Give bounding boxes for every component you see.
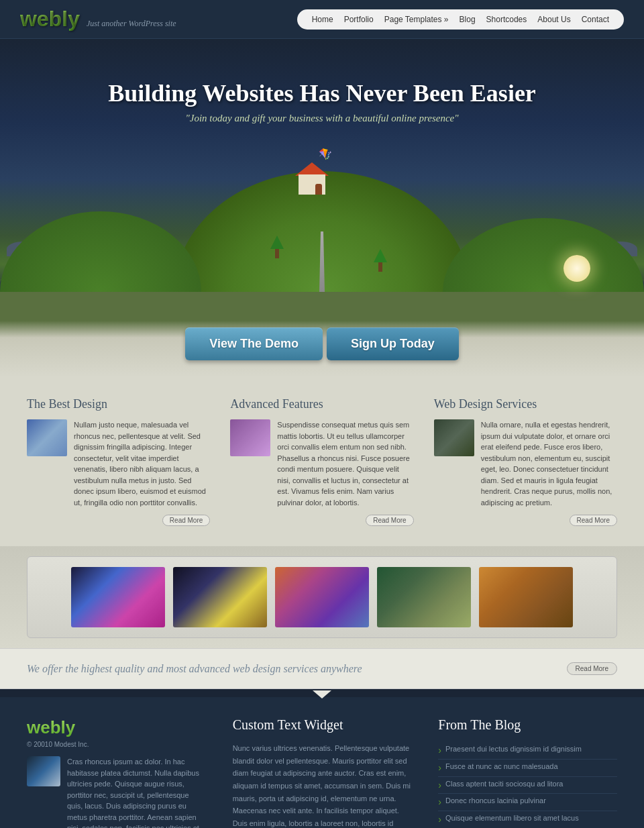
hero-text-block: Building Websites Has Never Been Easier … bbox=[0, 66, 644, 138]
portfolio-strip bbox=[27, 556, 617, 638]
footer-blog-col: From The Blog Praesent dui lectus dignis… bbox=[438, 717, 617, 828]
footer-grid: webly © 20010 Modest Inc. Cras rhoncus i… bbox=[27, 717, 617, 828]
feature-design-text: Nullam justo neque, malesuada vel rhoncu… bbox=[74, 419, 210, 508]
footer-about-row: Cras rhoncus ipsum ac dolor. In hac habi… bbox=[27, 756, 206, 828]
feature-advanced-content: Suspendisse consequat metus quis sem mat… bbox=[230, 419, 413, 508]
nav-item-shortcodes[interactable]: Shortcodes bbox=[482, 13, 531, 25]
nav-item-pagetemplates[interactable]: Page Templates » bbox=[380, 13, 453, 25]
banner-section: We offer the highest quality and most ad… bbox=[0, 648, 644, 689]
feature-advanced-image bbox=[230, 419, 270, 456]
features-grid: The Best Design Nullam justo neque, male… bbox=[27, 397, 617, 526]
portfolio-thumb-5[interactable] bbox=[479, 567, 573, 627]
blog-list-item[interactable]: Class aptent taciti sociosqu ad litora bbox=[438, 777, 617, 794]
feature-advanced-title: Advanced Features bbox=[230, 397, 413, 411]
sign-up-button[interactable]: Sign Up Today bbox=[327, 327, 459, 360]
hero-section: Building Websites Has Never Been Easier … bbox=[0, 39, 644, 321]
moon bbox=[564, 255, 590, 282]
main-nav: HomePortfolioPage Templates »BlogShortco… bbox=[297, 9, 624, 30]
feature-services-text: Nulla ornare, nulla et egestas hendrerit… bbox=[481, 419, 617, 508]
tree-right bbox=[374, 249, 387, 272]
footer-about-text: Cras rhoncus ipsum ac dolor. In hac habi… bbox=[67, 756, 206, 828]
cta-buttons: View The Demo Sign Up Today bbox=[185, 317, 458, 364]
site-header: webly Just another WordPress site HomePo… bbox=[0, 0, 644, 39]
feature-design-image bbox=[27, 419, 67, 456]
hero-landscape: 🪁 bbox=[0, 144, 644, 292]
feature-services-content: Nulla ornare, nulla et egestas hendrerit… bbox=[434, 419, 617, 508]
portfolio-section bbox=[0, 546, 644, 648]
nav-item-contact[interactable]: Contact bbox=[578, 13, 613, 25]
hill-left bbox=[0, 211, 201, 292]
footer-logo: webly bbox=[27, 717, 206, 738]
blog-list-item[interactable]: Praesent dui lectus dignissim id digniss… bbox=[438, 742, 617, 760]
site-logo[interactable]: webly bbox=[20, 7, 80, 32]
blog-list-item[interactable]: Donec rhoncus lacinia pulvinar bbox=[438, 794, 617, 811]
nav-item-portfolio[interactable]: Portfolio bbox=[340, 13, 378, 25]
feature-services-readmore: Read More bbox=[434, 513, 617, 526]
feature-advanced-readmore-button[interactable]: Read More bbox=[366, 515, 413, 526]
hero-subtitle: "Join today and gift your business with … bbox=[40, 113, 604, 124]
kite-icon: 🪁 bbox=[319, 148, 332, 160]
nav-item-home[interactable]: Home bbox=[308, 13, 337, 25]
arrow-down-icon bbox=[313, 690, 331, 698]
blog-list-item[interactable]: Quisque elementum libero sit amet lacus bbox=[438, 811, 617, 828]
nav-item-aboutus[interactable]: About Us bbox=[533, 13, 574, 25]
feature-services: Web Design Services Nulla ornare, nulla … bbox=[434, 397, 617, 526]
portfolio-thumb-1[interactable] bbox=[71, 567, 165, 627]
footer-blog-list: Praesent dui lectus dignissim id digniss… bbox=[438, 742, 617, 828]
logo-area: webly Just another WordPress site bbox=[20, 7, 176, 32]
feature-services-image bbox=[434, 419, 474, 456]
house-body bbox=[299, 174, 325, 195]
hero-title: Building Websites Has Never Been Easier bbox=[40, 79, 604, 107]
feature-services-title: Web Design Services bbox=[434, 397, 617, 411]
house-door bbox=[315, 184, 322, 195]
footer-copyright: © 20010 Modest Inc. bbox=[27, 741, 206, 748]
feature-design-readmore-button[interactable]: Read More bbox=[162, 515, 210, 526]
portfolio-thumb-4[interactable] bbox=[377, 567, 471, 627]
feature-design-title: The Best Design bbox=[27, 397, 210, 411]
house-roof bbox=[295, 162, 329, 176]
banner-readmore-button[interactable]: Read More bbox=[567, 662, 617, 675]
portfolio-thumb-3[interactable] bbox=[275, 567, 369, 627]
hill-right bbox=[443, 218, 644, 292]
footer-about-col: webly © 20010 Modest Inc. Cras rhoncus i… bbox=[27, 717, 206, 828]
nav-item-blog[interactable]: Blog bbox=[455, 13, 480, 25]
portfolio-thumb-2[interactable] bbox=[173, 567, 267, 627]
view-demo-button[interactable]: View The Demo bbox=[185, 327, 323, 360]
feature-design: The Best Design Nullam justo neque, male… bbox=[27, 397, 210, 526]
footer-widget-col: Custom Text Widget Nunc varius ultrices … bbox=[233, 717, 412, 828]
features-section: The Best Design Nullam justo neque, male… bbox=[0, 377, 644, 546]
feature-services-readmore-button[interactable]: Read More bbox=[570, 515, 617, 526]
tree-left bbox=[270, 236, 284, 258]
footer-widget-title: Custom Text Widget bbox=[233, 717, 412, 733]
blog-list-item[interactable]: Fusce at nunc ac nunc malesuada bbox=[438, 760, 617, 777]
feature-design-content: Nullam justo neque, malesuada vel rhoncu… bbox=[27, 419, 210, 508]
house: 🪁 bbox=[292, 161, 332, 195]
banner-text: We offer the highest quality and most ad… bbox=[27, 663, 567, 675]
feature-advanced-readmore: Read More bbox=[230, 513, 413, 526]
cta-area: View The Demo Sign Up Today bbox=[0, 321, 644, 377]
site-tagline: Just another WordPress site bbox=[87, 19, 176, 29]
footer-blog-title: From The Blog bbox=[438, 717, 617, 733]
footer-widget-text: Nunc varius ultrices venenatis. Pellente… bbox=[233, 742, 412, 828]
feature-advanced: Advanced Features Suspendisse consequat … bbox=[230, 397, 413, 526]
feature-design-readmore: Read More bbox=[27, 513, 210, 526]
footer-logo-text: webly bbox=[27, 717, 75, 737]
feature-advanced-text: Suspendisse consequat metus quis sem mat… bbox=[277, 419, 413, 508]
footer-about-image bbox=[27, 756, 60, 786]
arrow-divider bbox=[0, 689, 644, 697]
site-footer: webly © 20010 Modest Inc. Cras rhoncus i… bbox=[0, 697, 644, 828]
